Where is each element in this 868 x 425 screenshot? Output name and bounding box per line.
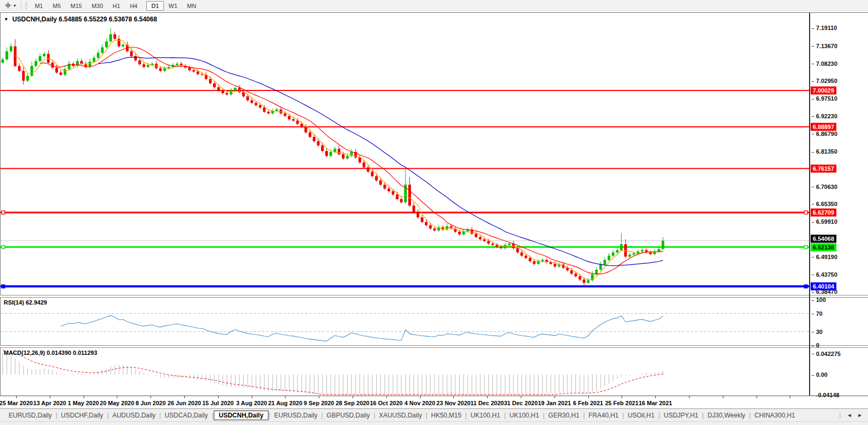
line-handle-right-6.40104[interactable]: [804, 285, 807, 288]
price-tick-6.65350: 6.65350: [812, 201, 837, 207]
toolbar-grip-handle[interactable]: [26, 2, 28, 9]
timeframe-button-w1[interactable]: W1: [164, 1, 183, 11]
tab-separator: |: [840, 412, 841, 418]
tab-hk50-m15[interactable]: HK50,M15: [428, 411, 465, 420]
rsi-tick-100: 100: [812, 297, 826, 303]
line-handle-right-6.62709[interactable]: [804, 211, 807, 214]
line-handle-right-6.52138[interactable]: [804, 246, 807, 249]
tab-separator: |: [659, 412, 660, 419]
date-tick: [184, 396, 185, 398]
price-tick-6.92230: 6.92230: [812, 113, 837, 119]
tab-separator: |: [107, 412, 109, 419]
line-handle-left-6.52138[interactable]: [2, 246, 5, 249]
tab-eurusd-daily[interactable]: EURUSD,Daily: [5, 411, 55, 420]
tab-uk100-h1[interactable]: UK100,H1: [506, 411, 542, 420]
price-tick-7.02950: 7.02950: [812, 78, 837, 84]
tab-separator: |: [269, 412, 271, 419]
current-price-label: 6.54068: [811, 234, 836, 242]
tab-usdcad-daily[interactable]: USDCAD,Daily: [161, 411, 211, 420]
timeframe-button-h1[interactable]: H1: [108, 1, 125, 11]
moving-average-mid: [40, 47, 663, 274]
main-price-chart[interactable]: [0, 13, 810, 295]
price-label-6.52138: 6.52138: [811, 243, 836, 251]
rsi-tick-70: 70: [812, 310, 822, 317]
price-tick-6.49190: 6.49190: [812, 254, 837, 260]
date-label: 4 Nov 2020: [405, 400, 435, 406]
price-tick-6.97510: 6.97510: [812, 95, 837, 102]
tab-separator: |: [623, 412, 624, 419]
tab-separator: |: [321, 412, 323, 419]
date-tick: [689, 396, 690, 398]
chevron-down-icon[interactable]: ▼: [13, 4, 17, 7]
date-label: 19 Jan 2021: [538, 400, 571, 406]
price-label-6.40104: 6.40104: [811, 283, 836, 291]
tab-eurusd-daily[interactable]: EURUSD,Daily: [271, 411, 321, 420]
price-label-6.88897: 6.88897: [811, 123, 836, 131]
macd-tick--0.04148: -0.04148: [812, 392, 839, 398]
date-label: 1 May 2020: [68, 400, 99, 406]
collapse-triangle-icon[interactable]: ▼: [4, 17, 9, 22]
rsi-tick-0: 0: [812, 342, 819, 348]
tab-scroll-left-icon[interactable]: ◄: [847, 412, 852, 418]
toolbar-separator: [21, 2, 21, 10]
date-label: 16 Oct 2020: [370, 400, 402, 406]
timeframe-button-d1[interactable]: D1: [146, 1, 163, 11]
macd-signal-line: [3, 351, 663, 394]
date-tick: [757, 396, 757, 398]
date-label: 13 Apr 2020: [33, 400, 66, 406]
timeframe-button-h4[interactable]: H4: [125, 1, 142, 11]
rsi-line: [61, 315, 663, 341]
moving-average-fast: [15, 40, 663, 279]
tab-separator: |: [583, 412, 585, 419]
tab-ger30-h1[interactable]: GER30,H1: [545, 411, 582, 420]
timeframe-button-mn[interactable]: MN: [182, 1, 201, 11]
timeframe-button-m30[interactable]: M30: [87, 1, 108, 11]
date-label: 21 Aug 2020: [268, 400, 302, 406]
tab-usdjpy-h1[interactable]: USDJPY,H1: [661, 411, 701, 420]
chart-title: ▼ USDCNH,Daily 6.54885 6.55229 6.53678 6…: [4, 16, 157, 23]
price-tick-7.13670: 7.13670: [812, 43, 837, 49]
timeframe-button-m1[interactable]: M1: [30, 1, 48, 11]
date-tick: [252, 396, 252, 398]
tab-scroll-right-icon[interactable]: ►: [857, 412, 863, 418]
line-handle-left-6.62709[interactable]: [2, 211, 5, 214]
tab-fra40-h1[interactable]: FRA40,H1: [585, 411, 622, 420]
timeframe-button-m5[interactable]: M5: [48, 1, 65, 11]
macd-tick-0.00: 0.00: [812, 371, 827, 378]
macd-indicator-panel[interactable]: [0, 348, 810, 396]
tab-usdchf-daily[interactable]: USDCHF,Daily: [58, 411, 107, 420]
date-label: 11 Dec 2020: [470, 400, 504, 406]
date-label: 6 Feb 2021: [573, 400, 603, 406]
status-bar: [0, 421, 868, 425]
price-tick-6.86790: 6.86790: [812, 131, 837, 137]
date-label: 8 Jun 2020: [136, 400, 166, 406]
tab-xauusd-daily[interactable]: XAUUSD,Daily: [376, 411, 425, 420]
tab-audusd-daily[interactable]: AUDUSD,Daily: [109, 411, 159, 420]
tab-usoil-h1[interactable]: USOil,H1: [625, 411, 658, 420]
cursor-tool-button[interactable]: ▼: [2, 1, 19, 10]
date-label: 15 Jul 2020: [202, 400, 234, 406]
date-tick: [622, 396, 622, 398]
tab-gbpusd-daily[interactable]: GBPUSD,Daily: [324, 411, 373, 420]
date-axis[interactable]: 25 Mar 202013 Apr 20201 May 202020 May 2…: [0, 396, 809, 408]
tab-dj30-weekly[interactable]: DJ30,Weekly: [704, 411, 748, 420]
rsi-tick-30: 30: [812, 329, 822, 335]
tab-separator: |: [373, 412, 375, 419]
date-tick: [50, 396, 50, 398]
tab-uk100-h1[interactable]: UK100,H1: [467, 411, 503, 420]
timeframe-button-m15[interactable]: M15: [66, 1, 87, 11]
price-scale[interactable]: 7.191107.136707.082307.029506.975106.922…: [810, 0, 868, 425]
date-tick: [420, 396, 421, 398]
tab-china300-h1[interactable]: CHINA300,H1: [751, 411, 798, 420]
rsi-indicator-panel[interactable]: [0, 298, 810, 345]
date-tick: [453, 396, 454, 398]
price-tick-6.70630: 6.70630: [812, 184, 837, 190]
tab-separator: |: [504, 412, 506, 419]
line-handle-left-6.40104[interactable]: [2, 285, 5, 288]
tab-separator: |: [543, 412, 544, 419]
date-label: 25 Feb 2021: [605, 400, 638, 406]
tab-separator: |: [749, 412, 751, 419]
tab-usdcnh-daily[interactable]: USDCNH,Daily: [214, 411, 268, 420]
price-tick-6.81350: 6.81350: [812, 148, 837, 155]
price-label-6.76157: 6.76157: [811, 164, 836, 172]
